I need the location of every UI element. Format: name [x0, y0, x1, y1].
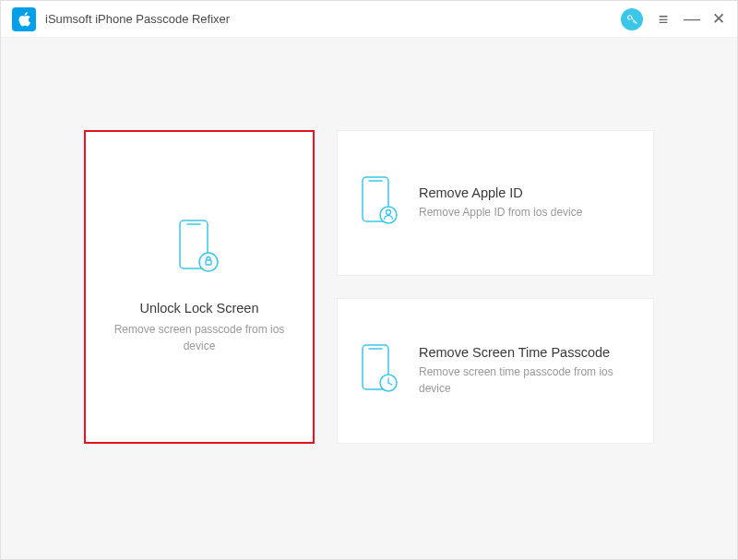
remove-screen-time-card[interactable]: Remove Screen Time Passcode Remove scree… [337, 298, 654, 444]
titlebar-controls: ≡ — ✕ [621, 8, 726, 30]
right-column: Remove Apple ID Remove Apple ID from ios… [337, 130, 654, 485]
phone-user-icon [362, 176, 399, 230]
phone-lock-icon [179, 220, 220, 277]
screen-time-card-title: Remove Screen Time Passcode [419, 345, 629, 360]
unlock-lock-screen-card[interactable]: Unlock Lock Screen Remove screen passcod… [84, 130, 315, 444]
app-window: iSumsoft iPhone Passcode Refixer ≡ — ✕ U… [0, 0, 738, 560]
unlock-card-title: Unlock Lock Screen [140, 301, 259, 316]
apple-id-card-text: Remove Apple ID Remove Apple ID from ios… [419, 185, 629, 220]
phone-clock-icon [362, 344, 399, 398]
menu-button[interactable]: ≡ [656, 11, 671, 28]
apple-id-card-title: Remove Apple ID [419, 185, 629, 200]
remove-apple-id-card[interactable]: Remove Apple ID Remove Apple ID from ios… [337, 130, 654, 276]
close-button[interactable]: ✕ [711, 11, 726, 27]
minimize-button[interactable]: — [684, 15, 698, 23]
apple-id-card-desc: Remove Apple ID from ios device [419, 204, 629, 220]
titlebar: iSumsoft iPhone Passcode Refixer ≡ — ✕ [1, 1, 737, 38]
screen-time-card-desc: Remove screen time passcode from ios dev… [419, 363, 629, 397]
app-logo-icon [12, 7, 36, 31]
main-content: Unlock Lock Screen Remove screen passcod… [1, 38, 737, 559]
key-button[interactable] [621, 8, 643, 30]
unlock-card-desc: Remove screen passcode from ios device [104, 321, 294, 354]
screen-time-card-text: Remove Screen Time Passcode Remove scree… [419, 345, 629, 397]
svg-point-2 [199, 253, 218, 271]
app-title: iSumsoft iPhone Passcode Refixer [45, 12, 621, 26]
